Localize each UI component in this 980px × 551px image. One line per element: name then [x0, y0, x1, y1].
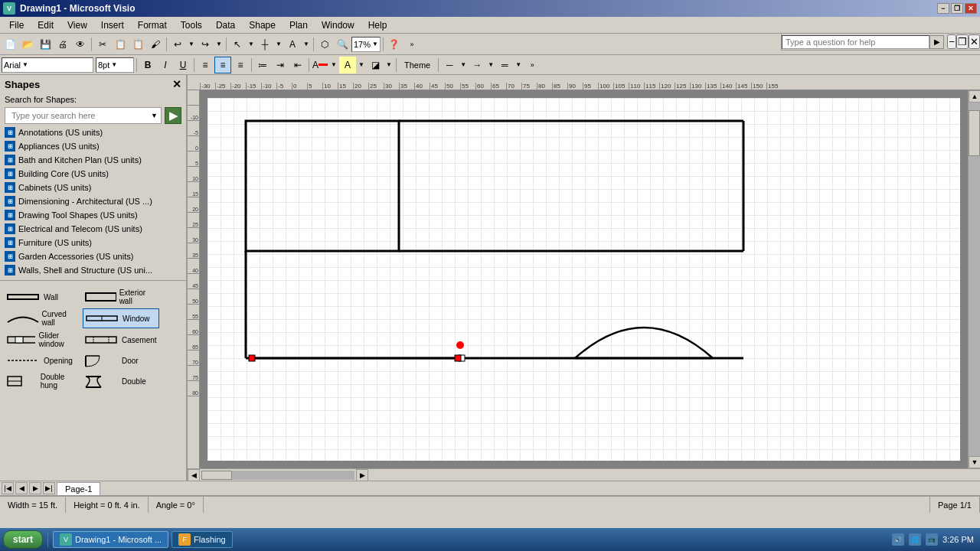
help-restore-button[interactable]: ❐ — [956, 34, 969, 49]
menu-shape[interactable]: Shape — [243, 18, 282, 32]
shadow-button[interactable]: ◪ — [367, 57, 384, 73]
redo-dropdown[interactable]: ▼ — [214, 36, 224, 53]
align-center-button[interactable]: ≡ — [214, 57, 231, 73]
category-bath-kitchen[interactable]: ⊞ Bath and Kitchen Plan (US units) — [0, 153, 186, 167]
redo-button[interactable]: ↪ — [197, 36, 214, 53]
category-annotations[interactable]: ⊞ Annotations (US units) — [0, 126, 186, 139]
connector-dropdown[interactable]: ▼ — [274, 36, 283, 53]
undo-button[interactable]: ↩ — [169, 36, 186, 53]
shape-exterior-wall[interactable]: Exterior wall — [83, 287, 159, 307]
highlight-button[interactable]: A — [339, 57, 356, 73]
align-right-button[interactable]: ≡ — [232, 57, 249, 73]
text-dropdown[interactable]: ▼ — [302, 36, 311, 53]
line-ends-dropdown[interactable]: ▼ — [486, 57, 495, 73]
chevron-more[interactable]: » — [403, 36, 420, 53]
menu-edit[interactable]: Edit — [31, 18, 60, 32]
highlight-dropdown[interactable]: ▼ — [357, 57, 366, 73]
decrease-indent-button[interactable]: ⇤ — [289, 57, 306, 73]
shape-window[interactable]: Window — [83, 308, 159, 328]
scroll-thumb-right[interactable] — [969, 110, 980, 156]
bold-button[interactable]: B — [139, 57, 156, 73]
restore-button[interactable]: ❐ — [951, 3, 963, 14]
zoom-out-button[interactable]: 🔍 — [334, 36, 351, 53]
minimize-button[interactable]: − — [937, 3, 949, 14]
shadow-dropdown[interactable]: ▼ — [384, 57, 394, 73]
font-color-dropdown[interactable]: ▼ — [329, 57, 338, 73]
line-ends-button[interactable]: → — [469, 57, 485, 73]
category-cabinets[interactable]: ⊞ Cabinets (US units) — [0, 181, 186, 194]
category-appliances[interactable]: ⊞ Appliances (US units) — [0, 139, 186, 153]
menu-window[interactable]: Window — [315, 18, 361, 32]
category-drawing-tool[interactable]: ⊞ Drawing Tool Shapes (US units) — [0, 208, 186, 222]
menu-file[interactable]: File — [3, 18, 30, 32]
paste-button[interactable]: 📋 — [129, 36, 146, 53]
help-button[interactable]: ❓ — [386, 36, 403, 53]
drawing-svg[interactable] — [207, 98, 960, 461]
search-dropdown-arrow[interactable]: ▼ — [151, 112, 158, 119]
start-button[interactable]: start — [3, 530, 43, 549]
pointer-dropdown[interactable]: ▼ — [247, 36, 256, 53]
scroll-down-button[interactable]: ▼ — [969, 456, 980, 468]
format-painter-button[interactable]: 🖌 — [147, 36, 164, 53]
font-selector[interactable]: Arial ▼ — [2, 57, 93, 73]
line-weight-button[interactable]: ═ — [496, 57, 513, 73]
menu-view[interactable]: View — [61, 18, 93, 32]
shape-double-hung[interactable]: Double hung — [5, 371, 81, 391]
shape-door[interactable]: Door — [83, 351, 159, 370]
menu-help[interactable]: Help — [362, 18, 394, 32]
taskbar-item-flashing[interactable]: F Flashing — [172, 531, 233, 548]
line-dropdown[interactable]: ▼ — [459, 57, 468, 73]
wall-rect-main[interactable] — [246, 121, 399, 251]
arc-door-shape[interactable] — [575, 328, 713, 358]
handle-left[interactable] — [249, 355, 255, 361]
handle-right[interactable] — [455, 355, 461, 361]
page-nav-last[interactable]: ▶| — [43, 482, 55, 494]
page-nav-prev[interactable]: ◀ — [15, 482, 28, 494]
font-color-button[interactable]: A — [312, 57, 328, 73]
category-furniture[interactable]: ⊞ Furniture (US units) — [0, 236, 186, 249]
shape-glider-window[interactable]: Glider window — [5, 330, 81, 350]
shape-wall[interactable]: Wall — [5, 287, 81, 307]
align-left-button[interactable]: ≡ — [197, 57, 214, 73]
scroll-left-button[interactable]: ◀ — [188, 469, 200, 481]
theme-button[interactable]: Theme — [399, 57, 436, 73]
sidebar-close-button[interactable]: ✕ — [172, 78, 181, 90]
menu-plan[interactable]: Plan — [283, 18, 314, 32]
cut-button[interactable]: ✂ — [94, 36, 111, 53]
bullet-button[interactable]: ≔ — [254, 57, 271, 73]
menu-data[interactable]: Data — [210, 18, 241, 32]
connector-button[interactable]: ┼ — [256, 36, 273, 53]
shapes-scroll-up[interactable]: Wall Exterior wall Curved wall — [0, 280, 186, 397]
search-button[interactable]: ▶ — [165, 107, 181, 124]
category-electrical[interactable]: ⊞ Electrical and Telecom (US units) — [0, 222, 186, 236]
save-button[interactable]: 💾 — [37, 36, 54, 53]
scroll-right-button[interactable]: ▶ — [356, 469, 368, 481]
shape-double[interactable]: Double — [83, 371, 159, 391]
menu-insert[interactable]: Insert — [95, 18, 130, 32]
print-button[interactable]: 🖨 — [54, 36, 71, 53]
pointer-button[interactable]: ↖ — [229, 36, 246, 53]
category-building-core[interactable]: ⊞ Building Core (US units) — [0, 167, 186, 181]
scroll-up-button[interactable]: ▲ — [969, 90, 980, 103]
underline-button[interactable]: U — [175, 57, 191, 73]
menu-format[interactable]: Format — [132, 18, 173, 32]
new-button[interactable]: 📄 — [2, 36, 18, 53]
close-button[interactable]: ✕ — [965, 3, 977, 14]
open-button[interactable]: 📂 — [19, 36, 36, 53]
help-close-button[interactable]: ✕ — [969, 34, 980, 49]
font-size-selector[interactable]: 8pt ▼ — [96, 57, 134, 73]
drawing-surface[interactable] — [207, 98, 960, 461]
help-go-button[interactable]: ▶ — [929, 35, 944, 49]
search-input[interactable] — [8, 108, 151, 123]
undo-dropdown[interactable]: ▼ — [187, 36, 196, 53]
category-garden[interactable]: ⊞ Garden Accessories (US units) — [0, 249, 186, 263]
category-dimensioning[interactable]: ⊞ Dimensioning - Architectural (US ...) — [0, 194, 186, 208]
zoom-dropdown[interactable]: 17% ▼ — [351, 37, 381, 52]
connection-handle-red[interactable] — [456, 341, 464, 349]
chevron-more2[interactable]: » — [524, 57, 541, 73]
page-nav-first[interactable]: |◀ — [2, 482, 14, 494]
drawing-canvas[interactable] — [200, 90, 968, 468]
fit-page-button[interactable]: ⬡ — [316, 36, 333, 53]
window-controls[interactable]: − ❐ ✕ — [937, 3, 977, 14]
text-button[interactable]: A — [284, 36, 301, 53]
